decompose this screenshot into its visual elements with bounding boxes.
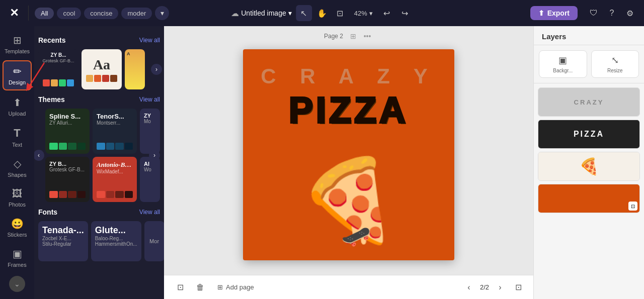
layer-character[interactable]: 🍕 — [538, 152, 640, 181]
shield-button[interactable]: 🛡 — [586, 5, 602, 21]
frames-icon: ▣ — [13, 248, 22, 260]
theme-tenor-name: TenorS... — [97, 113, 133, 120]
theme-card-tenor[interactable]: TenorS... Montserr... — [93, 109, 137, 154]
recents-next-button[interactable]: › — [151, 64, 162, 75]
doc-title-area[interactable]: ☁ Untitled image ▾ — [231, 9, 292, 18]
redo-button[interactable]: ↪ — [397, 5, 413, 21]
frames-label: Frames — [8, 262, 26, 268]
fonts-grid: Tenada-... Zocbel X-E... Stilu-Regular G… — [38, 221, 160, 261]
recent-card-3-text: A — [125, 49, 145, 58]
page-more-button[interactable]: ••• — [361, 30, 373, 42]
theme-card-zy[interactable]: ZY Mo — [140, 109, 160, 154]
frames-tool[interactable]: ⊡ — [332, 5, 348, 21]
sidebar-item-shapes[interactable]: ◇ Shapes — [3, 154, 32, 182]
select-tool[interactable]: ↖ — [296, 5, 312, 21]
recents-title: Recents — [38, 36, 65, 44]
theme-tenor-sub: Montserr... — [97, 120, 133, 126]
theme-card-spline[interactable]: Spline S... ZY Alluri... — [45, 109, 90, 154]
font-glute-big: Glute... — [95, 225, 137, 236]
background-tool-button[interactable]: ▣ Backgr... — [539, 50, 587, 78]
sidebar-item-text[interactable]: T Text — [3, 123, 32, 152]
duplicate-page-button[interactable]: ⊡ — [172, 279, 188, 295]
sidebar-item-photos[interactable]: 🖼 Photos — [3, 184, 32, 212]
layer-crazy[interactable]: CRAZY — [538, 87, 640, 117]
sidebar-nav: ⊞ Templates ✏ Design ⬆ Upload T Text ◇ S… — [0, 26, 34, 299]
export-button[interactable]: ⬆ Export — [530, 6, 578, 20]
layer-bg-thumb: ⊡ — [538, 184, 639, 213]
hand-tool[interactable]: ✋ — [314, 5, 330, 21]
canvas[interactable]: C R A Z Y PIZZA 🍕 🛹 — [243, 49, 454, 260]
recent-card-2[interactable]: Aa — [82, 49, 122, 89]
layer-pizza[interactable]: PIZZA — [538, 120, 640, 149]
font-glute-sub2: HammersmithOn... — [95, 241, 137, 247]
filter-all[interactable]: All — [35, 8, 54, 19]
export-icon: ⬆ — [538, 9, 544, 17]
resize-tool-button[interactable]: ⤡ Resize — [591, 50, 639, 78]
undo-button[interactable]: ↩ — [379, 5, 395, 21]
doc-title: Untitled image — [241, 9, 286, 17]
upload-label: Upload — [9, 111, 26, 117]
recent-card-3[interactable]: A — [125, 49, 145, 89]
header: ✕ All cool concise moder ▾ ☁ Untitled im… — [0, 0, 644, 26]
canvas-bottom-bar: ⊡ 🗑 ⊞ Add page ‹ 2/2 › ⊡ — [164, 275, 533, 299]
recent-card-1-text1: ZY B... — [51, 52, 66, 58]
zoom-control[interactable]: 42% ▾ — [350, 8, 377, 19]
settings-button[interactable]: ⚙ — [622, 5, 638, 21]
right-panel-title: Layers — [534, 26, 644, 45]
fonts-more-button[interactable]: Mor — [144, 221, 164, 261]
shapes-icon: ◇ — [14, 158, 21, 170]
theme-card-antonio[interactable]: Antonio-Bold WixMadef... — [93, 157, 137, 202]
header-center-tools: ☁ Untitled image ▾ ↖ ✋ ⊡ 42% ▾ ↩ ↪ — [231, 5, 413, 21]
page-actions: ⊞ ••• — [347, 30, 373, 42]
font-card-glute[interactable]: Glute... Baloo-Reg... HammersmithOn... — [91, 221, 141, 261]
font-card-tenada[interactable]: Tenada-... Zocbel X-E... Stilu-Regular — [38, 221, 88, 261]
sidebar-item-frames[interactable]: ▣ Frames — [3, 244, 32, 272]
photos-icon: 🖼 — [12, 188, 22, 200]
nav-more-button[interactable]: ⌄ — [9, 276, 25, 292]
recent-card-1[interactable]: ZY B... Grotesk GF-B... — [38, 49, 78, 89]
fonts-view-all[interactable]: View all — [139, 209, 160, 216]
recent-card-1-text2: Grotesk GF-B... — [42, 58, 74, 63]
theme-grotesk2-sub: Grotesk GF-B... — [49, 167, 86, 172]
next-page-button[interactable]: › — [493, 280, 507, 294]
nav-bottom: ⌄ — [9, 276, 25, 296]
toolbar-group: ↖ ✋ ⊡ 42% ▾ ↩ ↪ — [296, 5, 413, 21]
themes-view-all[interactable]: View all — [139, 96, 160, 103]
theme-spline-name: Spline S... — [49, 113, 86, 120]
recents-section-header: Recents View all — [38, 36, 160, 44]
themes-title: Themes — [38, 95, 65, 104]
sidebar-item-upload[interactable]: ⬆ Upload — [3, 92, 32, 121]
theme-card-al[interactable]: Al Wo — [140, 157, 160, 202]
fit-button[interactable]: ⊡ — [511, 280, 525, 294]
delete-page-button[interactable]: 🗑 — [192, 279, 208, 295]
prev-page-button[interactable]: ‹ — [462, 280, 476, 294]
theme-al-sub: Wo — [144, 167, 156, 172]
theme-card-grotesk2[interactable]: ZY B... Grotesk GF-B... — [45, 157, 90, 202]
page-indicator: 2/2 — [480, 283, 489, 291]
page-label-row: Page 2 ⊞ ••• — [164, 26, 533, 44]
app-logo: ✕ — [6, 5, 22, 21]
layer-pizza-preview: PIZZA — [574, 130, 604, 139]
page-label: Page 2 — [324, 33, 343, 40]
font-tenada-big: Tenada-... — [42, 225, 84, 236]
filter-more-button[interactable]: ▾ — [155, 6, 169, 20]
sidebar-item-design[interactable]: ✏ Design — [3, 60, 32, 90]
shapes-label: Shapes — [8, 172, 26, 178]
theme-spline-sub: ZY Alluri... — [49, 120, 86, 126]
help-button[interactable]: ? — [604, 5, 620, 21]
layer-background[interactable]: ⊡ — [538, 184, 640, 213]
theme-al-name: Al — [144, 161, 156, 167]
background-label: Backgr... — [553, 68, 573, 73]
text-label: Text — [12, 142, 22, 148]
filter-cool[interactable]: cool — [57, 8, 81, 19]
recents-view-all[interactable]: View all — [139, 37, 160, 44]
add-page-button[interactable]: ⊞ Add page — [212, 280, 259, 294]
themes-next-button[interactable]: › — [149, 150, 160, 161]
sidebar-item-stickers[interactable]: 😀 Stickers — [3, 214, 32, 242]
page-grid-button[interactable]: ⊞ — [347, 30, 359, 42]
sidebar-item-templates[interactable]: ⊞ Templates — [3, 30, 32, 58]
doc-title-arrow: ▾ — [288, 9, 292, 17]
filter-concise[interactable]: concise — [84, 8, 118, 19]
design-icon: ✏ — [13, 65, 22, 77]
filter-moder[interactable]: moder — [121, 8, 152, 19]
